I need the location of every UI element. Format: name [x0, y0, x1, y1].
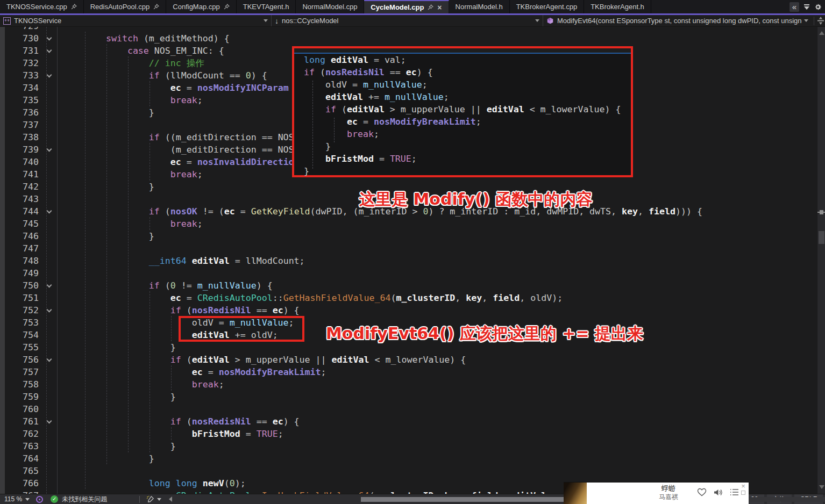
player-minimize-icon[interactable]	[741, 491, 745, 495]
line-number: 758	[0, 378, 39, 391]
split-editor-icon[interactable]	[816, 17, 825, 25]
tabs: TKNOSService.cppRedisAutoPool.cppConfigM…	[0, 0, 651, 13]
extension-status-icon[interactable]	[36, 496, 43, 503]
code-line: 756 if (editVal > m_upperValue || editVa…	[0, 354, 466, 366]
line-number: 746	[0, 230, 39, 242]
line-number: 731	[0, 45, 39, 57]
line-number: 750	[0, 279, 39, 292]
album-art	[564, 483, 587, 504]
code-text: bFristMod = TRUE;	[63, 429, 283, 439]
editor-tab[interactable]: TKNOSService.cpp	[0, 0, 84, 13]
playlist-icon[interactable]	[730, 488, 739, 496]
close-icon[interactable]: ×	[437, 4, 442, 11]
code-line: 746 }	[0, 230, 154, 242]
snippet-code-line: if (nosRedisNil == ec) {	[304, 66, 433, 78]
code-line: 739 (m_editDirection == NOS	[0, 143, 294, 156]
fold-margin	[39, 45, 63, 57]
editor-tab[interactable]: CycleModel.cpp×	[364, 0, 449, 13]
code-line: 750 if (0 != m_nullValue) {	[0, 279, 273, 292]
editor-tab[interactable]: TKEVTAgent.h	[237, 0, 296, 13]
code-line: 763 }	[0, 440, 176, 452]
line-number: 754	[0, 329, 39, 341]
tabbar-controls: «	[790, 0, 825, 13]
problems-status[interactable]: 未找到相关问题	[62, 495, 107, 504]
scroll-up-icon[interactable]	[819, 31, 824, 35]
vertical-scrollbar[interactable]	[817, 27, 825, 494]
code-line: 767 ec = CRedisAutoPool::IncHashFieldVal…	[0, 489, 557, 494]
code-text: long long newV(0);	[63, 478, 246, 488]
code-line: 765	[0, 465, 63, 477]
chevron-down-icon[interactable]	[25, 498, 30, 501]
breadcrumb-member[interactable]: ModifyEvt64(const ESponsorType st, const…	[543, 15, 812, 26]
breadcrumb-type[interactable]: ↓ nos::CCycleModel	[272, 15, 543, 26]
line-number: 760	[0, 403, 39, 415]
chevron-down-icon[interactable]	[264, 19, 268, 22]
fold-chevron-icon[interactable]	[47, 47, 52, 53]
editor-tab[interactable]: NormalModel.h	[449, 0, 510, 13]
tab-overflow-icon[interactable]: «	[790, 2, 799, 12]
code-text: if (editVal > m_upperValue || editVal < …	[63, 355, 466, 365]
fold-chevron-icon[interactable]	[47, 282, 52, 287]
fold-chevron-icon[interactable]	[47, 35, 52, 40]
code-line: 737	[0, 119, 63, 131]
chevron-down-icon[interactable]	[535, 19, 539, 22]
fold-chevron-icon[interactable]	[47, 146, 52, 152]
fold-chevron-icon[interactable]	[47, 72, 52, 77]
pin-icon[interactable]	[153, 4, 159, 10]
line-number: 752	[0, 304, 39, 316]
fold-chevron-icon[interactable]	[47, 307, 52, 312]
code-text: }	[63, 441, 176, 451]
code-text: ec = nosModifyBreakLimit;	[63, 367, 326, 377]
code-text: if (nosRedisNil == ec) {	[63, 305, 300, 315]
code-text: }	[63, 453, 154, 464]
vertical-scrollbar-thumb[interactable]	[819, 231, 824, 244]
line-number: 751	[0, 292, 39, 304]
line-number: 767	[0, 489, 39, 494]
code-line: 742 }	[0, 181, 154, 193]
player-close-icon[interactable]: ×	[741, 483, 745, 489]
fold-chevron-icon[interactable]	[47, 208, 52, 213]
chevron-down-icon[interactable]	[804, 19, 808, 22]
zoom-level[interactable]: 115 %	[0, 495, 25, 503]
editor-tab[interactable]: RedisAutoPool.cpp	[84, 0, 167, 13]
line-number: 764	[0, 452, 39, 465]
editor-tab[interactable]: NormalModel.cpp	[296, 0, 364, 13]
chevron-down-icon[interactable]	[157, 498, 161, 501]
gear-icon[interactable]	[814, 3, 822, 11]
snippet-code-line: if (editVal > m_upperValue || editVal < …	[304, 103, 621, 116]
tab-label: RedisAutoPool.cpp	[90, 3, 150, 11]
line-number: 756	[0, 354, 39, 366]
code-cleanup-icon[interactable]	[146, 495, 154, 503]
breadcrumb-project[interactable]: ++ TKNOSService	[0, 15, 272, 26]
scroll-left-icon[interactable]	[169, 496, 172, 502]
method-cube-icon	[546, 17, 554, 25]
line-number: 738	[0, 131, 39, 143]
like-heart-icon[interactable]	[697, 488, 707, 496]
volume-icon[interactable]	[714, 488, 723, 496]
code-text: ec = nosModifyINCParam	[63, 83, 289, 93]
scroll-down-icon[interactable]	[819, 485, 824, 489]
pin-icon[interactable]	[224, 4, 230, 10]
line-number: 732	[0, 57, 39, 69]
fold-chevron-icon[interactable]	[47, 418, 52, 423]
fold-margin	[39, 32, 63, 45]
editor-tab[interactable]: ConfigMap.cpp	[166, 0, 236, 13]
tab-label: TKNOSService.cpp	[6, 3, 67, 11]
code-text: if (nosRedisNil == ec) {	[63, 416, 300, 427]
tab-label: NormalModel.cpp	[302, 3, 357, 11]
fold-chevron-icon[interactable]	[47, 356, 52, 362]
pinned-tabs-icon[interactable]	[804, 4, 809, 10]
editor-tab[interactable]: TKBrokerAgent.h	[584, 0, 651, 13]
code-text: }	[63, 182, 154, 192]
pin-icon[interactable]	[71, 4, 77, 10]
line-number: 729	[0, 27, 39, 32]
line-number: 748	[0, 255, 39, 267]
pin-icon[interactable]	[428, 4, 433, 10]
line-number: 735	[0, 94, 39, 106]
code-line: 731 case NOS_EM_INC: {	[0, 45, 224, 57]
fold-margin	[39, 69, 63, 82]
editor-tab[interactable]: TKBrokerAgent.cpp	[510, 0, 584, 13]
code-editor[interactable]: 729730 switch (m_editMethod) {731 case N…	[0, 27, 825, 494]
code-line: 757 ec = nosModifyBreakLimit;	[0, 366, 326, 378]
code-text: }	[63, 107, 154, 118]
